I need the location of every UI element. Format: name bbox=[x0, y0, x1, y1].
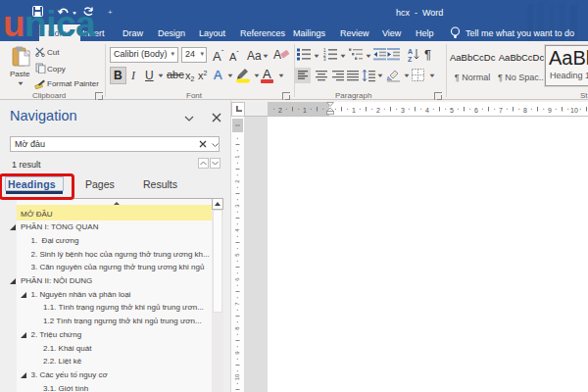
svg-text:4: 4 bbox=[425, 107, 429, 114]
svg-text:3: 3 bbox=[401, 107, 405, 114]
svg-text:3: 3 bbox=[323, 57, 326, 61]
svg-text:10: 10 bbox=[234, 373, 240, 380]
svg-text:Z: Z bbox=[408, 56, 413, 62]
svg-text:1: 1 bbox=[352, 107, 356, 114]
svg-text:2: 2 bbox=[376, 107, 380, 114]
svg-text:9: 9 bbox=[548, 107, 552, 114]
svg-text:A: A bbox=[408, 48, 413, 55]
svg-text:6: 6 bbox=[474, 107, 478, 114]
svg-text:7: 7 bbox=[499, 107, 503, 114]
svg-text:5: 5 bbox=[450, 107, 454, 114]
svg-text:10: 10 bbox=[570, 107, 578, 114]
svg-text:1: 1 bbox=[303, 107, 307, 114]
svg-text:2: 2 bbox=[278, 107, 282, 114]
svg-text:8: 8 bbox=[523, 107, 527, 114]
